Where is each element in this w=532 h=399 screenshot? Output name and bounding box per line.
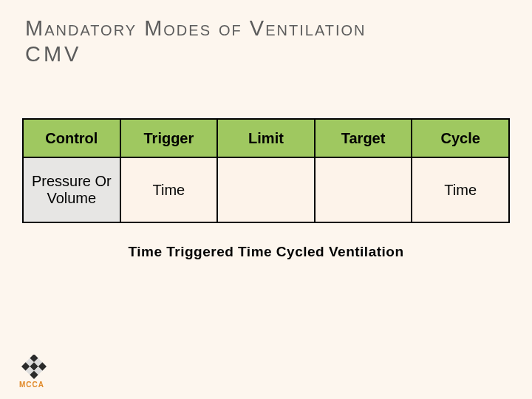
slide: Mandatory Modes of Ventilation CMV Contr…: [0, 0, 532, 399]
slide-title: Mandatory Modes of Ventilation CMV: [0, 0, 532, 66]
table-row: Pressure Or Volume Time Time: [23, 157, 509, 222]
cell-trigger: Time: [120, 157, 218, 222]
col-header-trigger: Trigger: [120, 119, 218, 157]
cell-control: Pressure Or Volume: [23, 157, 120, 222]
cell-cycle: Time: [412, 157, 509, 222]
title-line-2: CMV: [25, 42, 510, 66]
col-header-control: Control: [23, 119, 120, 157]
cell-target: [315, 157, 412, 222]
mcca-logo: MCCA: [15, 355, 59, 389]
col-header-limit: Limit: [217, 119, 315, 157]
ventilation-table-wrap: Control Trigger Limit Target Cycle Press…: [22, 118, 510, 260]
logo-icon: MCCA: [15, 355, 59, 389]
title-line-1: Mandatory Modes of Ventilation: [25, 16, 510, 41]
col-header-target: Target: [315, 119, 412, 157]
table-header-row: Control Trigger Limit Target Cycle: [23, 119, 509, 157]
cell-limit: [217, 157, 315, 222]
table-caption: Time Triggered Time Cycled Ventilation: [22, 244, 510, 260]
logo-text: MCCA: [19, 381, 44, 389]
col-header-cycle: Cycle: [412, 119, 509, 157]
ventilation-table: Control Trigger Limit Target Cycle Press…: [22, 118, 510, 223]
